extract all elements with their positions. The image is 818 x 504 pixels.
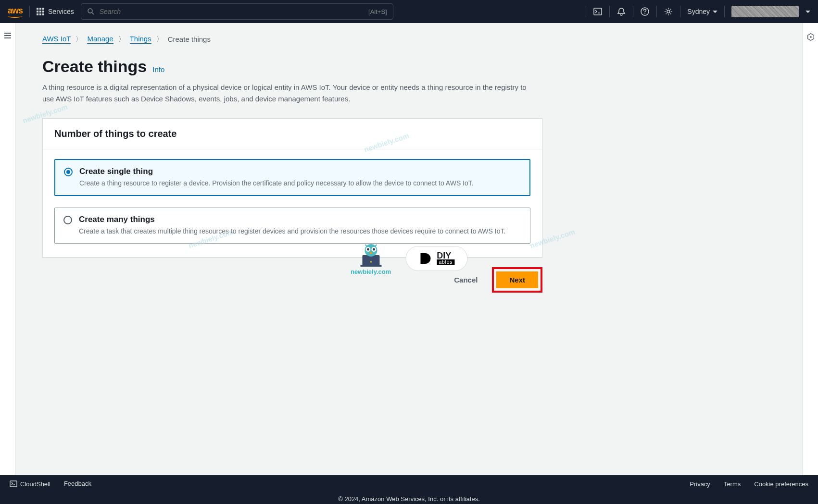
svg-rect-2 bbox=[594, 8, 602, 15]
divider bbox=[29, 6, 30, 17]
copyright: © 2024, Amazon Web Services, Inc. or its… bbox=[0, 492, 818, 504]
chevron-right-icon: 〉 bbox=[76, 35, 82, 44]
radio-option-many[interactable]: Create many things Create a task that cr… bbox=[54, 208, 530, 244]
svg-point-6 bbox=[810, 36, 812, 38]
privacy-link[interactable]: Privacy bbox=[690, 480, 710, 488]
breadcrumb: AWS IoT 〉 Manage 〉 Things 〉 Create thing… bbox=[42, 35, 776, 44]
footer: CloudShell Feedback Privacy Terms Cookie… bbox=[0, 475, 818, 504]
right-panel-toggle[interactable] bbox=[803, 23, 818, 475]
aws-logo[interactable]: aws bbox=[8, 6, 23, 18]
info-link[interactable]: Info bbox=[152, 65, 164, 74]
hexagon-icon bbox=[806, 33, 815, 41]
cancel-button[interactable]: Cancel bbox=[447, 272, 484, 288]
radio-option-single[interactable]: Create single thing Create a thing resou… bbox=[54, 159, 530, 196]
svg-line-1 bbox=[92, 12, 94, 14]
search-input[interactable] bbox=[100, 8, 364, 15]
cloudshell-icon[interactable] bbox=[593, 7, 603, 16]
feedback-link[interactable]: Feedback bbox=[64, 480, 91, 488]
hamburger-icon bbox=[4, 33, 11, 38]
services-label: Services bbox=[48, 8, 74, 15]
chevron-down-icon bbox=[713, 11, 717, 13]
radio-description: Create a task that creates multiple thin… bbox=[79, 226, 505, 236]
breadcrumb-link[interactable]: Things bbox=[130, 35, 151, 44]
radio-label: Create many things bbox=[79, 215, 505, 224]
tutorial-highlight: Next bbox=[492, 267, 542, 293]
left-panel-toggle[interactable] bbox=[0, 23, 15, 475]
breadcrumb-link[interactable]: AWS IoT bbox=[42, 35, 71, 44]
cookies-link[interactable]: Cookie preferences bbox=[754, 480, 808, 488]
panel-title: Number of things to create bbox=[54, 128, 530, 139]
help-icon[interactable] bbox=[640, 7, 650, 16]
settings-icon[interactable] bbox=[664, 7, 673, 16]
breadcrumb-current: Create things bbox=[168, 35, 211, 43]
search-shortcut: [Alt+S] bbox=[368, 8, 387, 15]
search-box[interactable]: [Alt+S] bbox=[81, 3, 393, 20]
region-label: Sydney bbox=[687, 8, 710, 15]
services-button[interactable]: Services bbox=[37, 8, 74, 15]
terms-link[interactable]: Terms bbox=[724, 480, 741, 488]
services-grid-icon bbox=[37, 8, 44, 15]
notifications-icon[interactable] bbox=[617, 7, 626, 16]
radio-icon bbox=[63, 216, 72, 224]
chevron-right-icon: 〉 bbox=[118, 35, 125, 44]
top-nav: aws Services [Alt+S] Sydney bbox=[0, 0, 818, 23]
region-selector[interactable]: Sydney bbox=[687, 8, 717, 15]
svg-point-4 bbox=[667, 10, 670, 13]
svg-rect-18 bbox=[10, 481, 17, 487]
radio-label: Create single thing bbox=[79, 167, 474, 176]
search-icon bbox=[87, 8, 95, 15]
chevron-down-icon bbox=[805, 11, 810, 13]
radio-icon bbox=[64, 168, 73, 176]
main-content: AWS IoT 〉 Manage 〉 Things 〉 Create thing… bbox=[15, 23, 803, 475]
things-count-panel: Number of things to create Create single… bbox=[42, 118, 542, 258]
page-title: Create things bbox=[42, 57, 147, 76]
radio-description: Create a thing resource to register a de… bbox=[79, 178, 474, 188]
breadcrumb-link[interactable]: Manage bbox=[87, 35, 113, 44]
page-description: A thing resource is a digital representa… bbox=[42, 82, 533, 105]
svg-point-0 bbox=[88, 9, 92, 13]
cloudshell-link[interactable]: CloudShell bbox=[10, 480, 50, 488]
chevron-right-icon: 〉 bbox=[156, 35, 163, 44]
action-bar: Cancel Next bbox=[42, 267, 542, 293]
next-button[interactable]: Next bbox=[496, 271, 538, 288]
account-menu[interactable] bbox=[731, 6, 799, 17]
